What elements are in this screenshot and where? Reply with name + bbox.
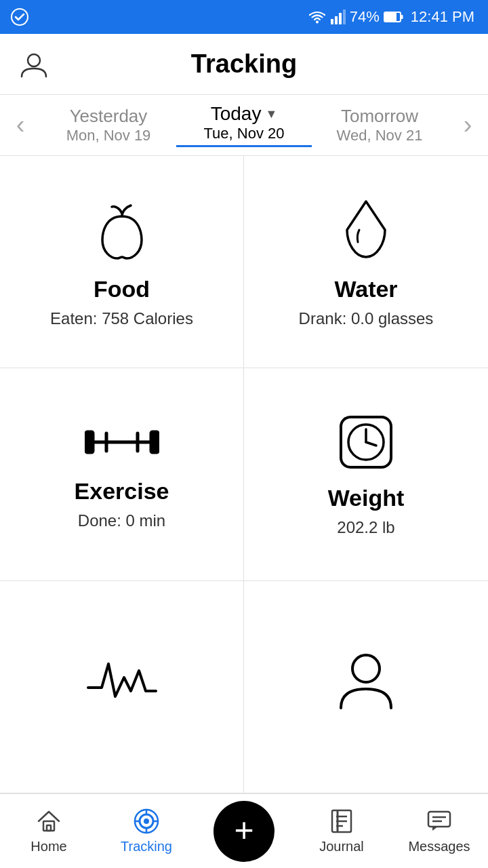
svg-rect-32 — [428, 812, 450, 827]
status-icons: 74% 12:41 PM — [308, 8, 474, 26]
exercise-label: Exercise — [75, 478, 169, 505]
nav-home[interactable]: Home — [0, 808, 98, 854]
svg-rect-3 — [335, 16, 338, 24]
date-navigation: ‹ Yesterday Mon, Nov 19 Today ▼ Tue, Nov… — [0, 95, 488, 156]
today-date[interactable]: Today ▼ Tue, Nov 20 — [176, 103, 312, 147]
yesterday-date[interactable]: Yesterday Mon, Nov 19 — [41, 106, 176, 144]
svg-point-21 — [352, 655, 380, 682]
add-icon: + — [234, 813, 253, 847]
vitals-icon — [85, 657, 159, 705]
nav-home-label: Home — [30, 839, 66, 854]
food-icon — [92, 196, 152, 264]
nav-messages[interactable]: Messages — [390, 808, 488, 854]
svg-rect-16 — [151, 432, 158, 452]
nav-tracking-label: Tracking — [121, 839, 172, 854]
food-cell[interactable]: Food Eaten: 758 Calories — [0, 156, 244, 368]
bottom-navigation: Home Tracking + Journal — [0, 793, 488, 868]
svg-rect-8 — [401, 15, 403, 19]
check-icon — [11, 8, 28, 26]
water-value: Drank: 0.0 glasses — [299, 309, 434, 328]
add-button[interactable]: + — [214, 801, 274, 862]
nav-journal[interactable]: Journal — [293, 808, 390, 854]
food-label: Food — [94, 276, 150, 302]
svg-rect-2 — [331, 19, 333, 24]
nav-tracking[interactable]: Tracking — [98, 808, 195, 854]
tomorrow-date[interactable]: Tomorrow Wed, Nov 21 — [312, 106, 447, 144]
prev-arrow[interactable]: ‹ — [0, 95, 41, 155]
svg-point-9 — [28, 54, 40, 66]
svg-line-20 — [366, 442, 376, 446]
svg-rect-23 — [47, 825, 51, 831]
battery-percent: 74% — [350, 8, 380, 26]
water-icon — [339, 196, 393, 264]
nav-journal-label: Journal — [319, 839, 364, 854]
svg-point-1 — [316, 21, 319, 24]
svg-point-0 — [12, 9, 28, 25]
water-cell[interactable]: Water Drank: 0.0 glasses — [244, 156, 488, 368]
nav-add[interactable]: + — [195, 801, 293, 862]
weight-value: 202.2 lb — [337, 518, 394, 537]
water-label: Water — [334, 276, 397, 302]
exercise-cell[interactable]: Exercise Done: 0 min — [0, 368, 244, 580]
weight-cell[interactable]: Weight 202.2 lb — [244, 368, 488, 580]
status-bar: 74% 12:41 PM — [0, 0, 488, 34]
exercise-icon — [85, 418, 159, 466]
page-header: Tracking — [0, 34, 488, 95]
tracking-grid: Food Eaten: 758 Calories Water Drank: 0.… — [0, 156, 488, 793]
profile-cell[interactable] — [244, 581, 488, 793]
exercise-value: Done: 0 min — [78, 511, 165, 530]
svg-rect-4 — [339, 13, 342, 24]
weight-icon — [336, 412, 396, 473]
nav-messages-label: Messages — [408, 839, 470, 854]
food-value: Eaten: 758 Calories — [50, 309, 193, 328]
weight-label: Weight — [328, 485, 405, 511]
svg-rect-5 — [343, 9, 346, 24]
avatar-button[interactable] — [19, 50, 49, 79]
page-title: Tracking — [191, 50, 297, 79]
dropdown-arrow-icon: ▼ — [265, 107, 277, 121]
next-arrow[interactable]: › — [447, 95, 488, 155]
vitals-cell[interactable] — [0, 581, 244, 793]
profile-icon — [336, 647, 396, 715]
svg-point-26 — [144, 818, 149, 824]
time-display: 12:41 PM — [411, 8, 474, 26]
svg-rect-7 — [385, 13, 396, 21]
